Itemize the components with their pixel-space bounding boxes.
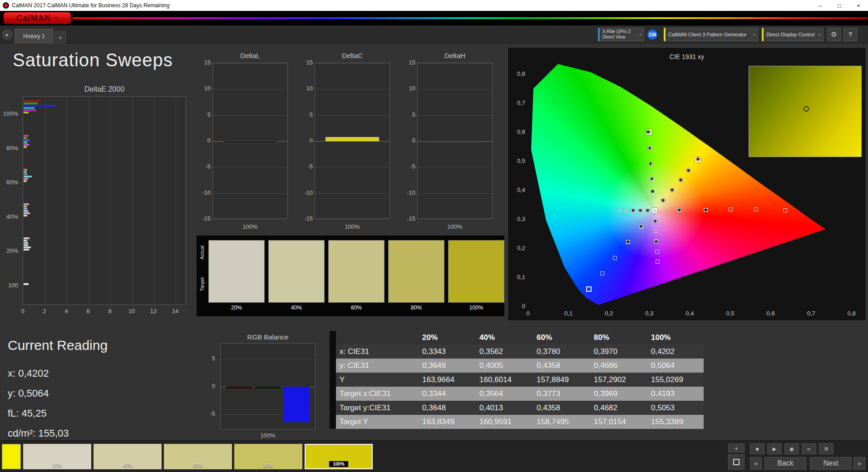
axis-tick-label: -10 — [297, 189, 313, 196]
deltae-row-label: 40% — [6, 213, 18, 220]
chart-title: DeltaE 2000 — [23, 85, 186, 93]
pattern-source-dropdown[interactable]: CalMAN Client 3 Pattern Generator ▼ — [664, 28, 758, 41]
swatch-label: 60% — [328, 305, 385, 311]
cie-target-marker — [654, 229, 658, 233]
axis-tick-label: 2 — [39, 308, 50, 315]
next-chevron-button[interactable]: » — [853, 457, 865, 470]
back-chevron-button[interactable]: « — [750, 457, 762, 470]
help-button[interactable]: ? — [843, 28, 857, 41]
deltae-gridline — [176, 97, 176, 305]
axis-tick-label: 0,5 — [723, 310, 738, 317]
play-button[interactable]: ▶ — [767, 443, 782, 454]
gridline — [221, 359, 315, 359]
cie-target-marker — [626, 240, 630, 244]
minimize-button[interactable]: – — [811, 0, 830, 11]
collapse-button[interactable]: ▲ — [728, 443, 745, 452]
deltae-row-label: 100 — [8, 282, 18, 289]
meter-name: X-Rite i1Pro 2 — [602, 29, 631, 34]
axis-tick-label: 0,2 — [511, 245, 525, 251]
rgb-plot-area — [220, 343, 316, 429]
next-button[interactable]: Next — [810, 457, 852, 470]
deltaL-plot-area — [212, 63, 288, 219]
table-cell: 157,0154 — [589, 415, 646, 429]
workspace: Saturation Sweeps DeltaE 2000 100%80%60%… — [0, 44, 868, 440]
table-cell: 0,3780 — [532, 344, 589, 359]
add-tab-button[interactable]: + — [55, 31, 66, 44]
cie-target-marker — [655, 250, 659, 254]
deltae-bar-group — [24, 169, 32, 182]
pattern-window-button[interactable] — [728, 454, 745, 470]
axis-tick-label: 5 — [195, 111, 211, 118]
gridline — [315, 89, 390, 89]
deltae-bar — [24, 215, 27, 216]
deltae-bar — [24, 139, 30, 141]
pattern-swatch-button[interactable]: 60% — [164, 444, 232, 469]
table-cell: 157,2902 — [589, 373, 646, 387]
maximize-button[interactable]: □ — [830, 0, 849, 11]
meter-dropdown[interactable]: X-Rite i1Pro 2 Direct View ▼ — [598, 28, 644, 41]
deltaC-y-axis: 151050-5-10-15 — [297, 63, 313, 219]
pattern-swatch-button[interactable]: 40% — [94, 444, 162, 469]
axis-tick-label: 5 — [400, 111, 415, 118]
table-cell: 0,4005 — [475, 359, 532, 373]
table-left-strip — [330, 359, 336, 373]
back-button[interactable]: Back — [764, 457, 806, 470]
table-cell: 0,4682 — [589, 401, 646, 415]
swatch-label: 100% — [329, 461, 348, 467]
deltae-bar — [24, 240, 27, 241]
saturation-swatch — [208, 240, 265, 303]
gridline — [315, 193, 390, 194]
settings-button[interactable]: ⚙ — [827, 28, 841, 41]
workflow-nav-button[interactable]: ► — [2, 30, 12, 39]
calman-menu-button[interactable]: CalMAN ▼ — [4, 12, 71, 24]
axis-tick-label: 0,5 — [511, 157, 525, 164]
deltae-plot-area — [23, 96, 186, 305]
axis-tick-label: 0 — [17, 308, 28, 315]
delta-bar — [326, 137, 379, 141]
deltae-bar — [24, 246, 31, 248]
table-cell: 0,3343 — [418, 344, 475, 359]
chevron-down-icon: ▼ — [639, 33, 642, 36]
display-control-dropdown[interactable]: Direct Display Control ▼ — [762, 28, 824, 41]
swatch-label: 40% — [123, 463, 132, 468]
table-cell: 0,4193 — [646, 387, 704, 401]
deltae-bar — [24, 178, 28, 180]
window-icon — [733, 459, 740, 465]
table-cell: 0,3564 — [475, 387, 532, 401]
close-button[interactable]: × — [849, 0, 868, 11]
deltae-y-axis: 100%80%60%40%20%100 — [0, 96, 20, 305]
table-cell: 0,4013 — [475, 401, 532, 415]
logo-bar: CalMAN ▼ — [0, 11, 868, 25]
reading-x: x: 0,4202 — [8, 368, 49, 379]
swatch-comparison-strip: Actual Target 20%40%60%80%100% — [197, 236, 504, 316]
pattern-swatch-button[interactable]: 100% — [305, 444, 373, 469]
pattern-swatch-button[interactable]: 80% — [234, 444, 302, 469]
read-button[interactable]: ◉ — [784, 443, 799, 454]
rgb-balance-chart: RGB Balance 50-5 100% — [200, 333, 336, 440]
continuous-read-button[interactable]: ∞ — [802, 443, 816, 454]
pattern-swatch-button[interactable]: 20% — [23, 444, 91, 469]
gridline — [315, 141, 390, 142]
swatch-label: 60% — [193, 463, 202, 468]
deltae-bar — [24, 173, 27, 175]
table-row-label: x: CIE31 — [336, 344, 418, 359]
axis-tick-label: 0 — [520, 310, 536, 317]
stop-button[interactable]: ■ — [750, 443, 764, 454]
axis-tick-label: 0 — [297, 137, 313, 144]
axis-tick-label: 0,3 — [641, 310, 657, 317]
axis-tick-label: -15 — [195, 215, 211, 222]
meter-status-badge[interactable]: 236 — [647, 30, 657, 39]
gridline — [418, 63, 492, 64]
table-cell: 155,0269 — [646, 373, 704, 387]
tab-history-1[interactable]: History 1 — [15, 29, 54, 44]
deltae-bar — [24, 144, 29, 146]
axis-tick-label: 0,4 — [682, 310, 697, 317]
deltae-bar — [24, 249, 29, 251]
app-icon — [3, 2, 9, 9]
options-button[interactable]: ⚙ — [819, 443, 833, 454]
table-row-label: y: CIE31 — [336, 359, 418, 373]
axis-tick-label: 0,3 — [511, 216, 525, 222]
axis-tick-label: 0,1 — [561, 310, 576, 317]
axis-tick-label: 0,6 — [511, 128, 525, 135]
deltaL-y-axis: 151050-5-10-15 — [195, 63, 211, 219]
